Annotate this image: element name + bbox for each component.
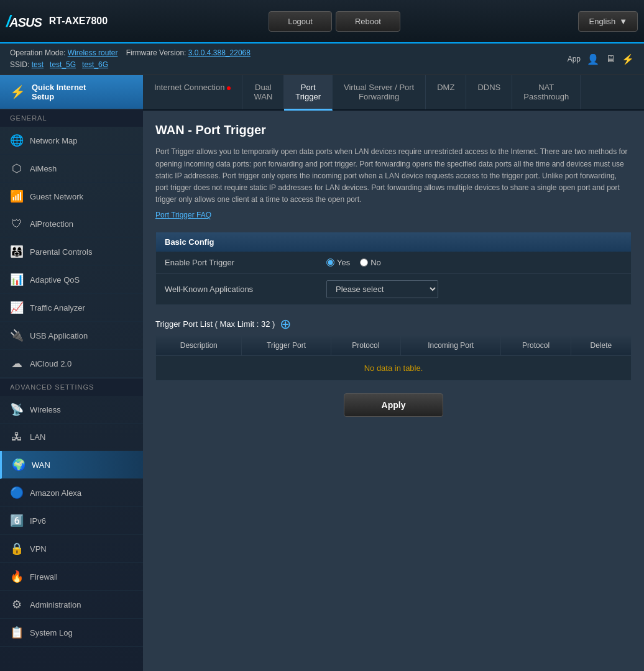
well-known-select[interactable]: Please select FTP HTTP HTTPS SMTP POP3 (326, 280, 438, 298)
operation-mode-label: Operation Mode: (10, 48, 65, 57)
sidebar-item-usb-application[interactable]: USB Application (0, 322, 143, 350)
sidebar-item-parental-controls[interactable]: Parental Controls (0, 238, 143, 266)
quick-internet-setup[interactable]: ⚡ Quick InternetSetup (0, 75, 143, 109)
reboot-button[interactable]: Reboot (336, 11, 400, 32)
guest-icon (10, 189, 24, 203)
trigger-list-title: Trigger Port List ( Max Limit : 32 ) (155, 319, 275, 329)
sidebar-item-traffic-analyzer[interactable]: Traffic Analyzer (0, 294, 143, 322)
sidebar-item-label: VPN (30, 544, 47, 554)
page-content: WAN - Port Trigger Port Trigger allows y… (143, 111, 644, 429)
tab-nat-passthrough[interactable]: NATPassthrough (512, 75, 581, 109)
language-selector[interactable]: English ▼ (578, 11, 638, 32)
general-section-label: General (0, 109, 143, 127)
add-trigger-button[interactable]: ⊕ (280, 317, 291, 331)
tab-ddns[interactable]: DDNS (466, 75, 512, 109)
log-icon (10, 626, 24, 639)
sidebar-item-aimesh[interactable]: AiMesh (0, 155, 143, 183)
tab-virtual-server[interactable]: Virtual Server / PortForwarding (333, 75, 426, 109)
sidebar-item-vpn[interactable]: VPN (0, 535, 143, 563)
sidebar-item-amazon-alexa[interactable]: Amazon Alexa (0, 479, 143, 507)
no-data-cell: No data in table. (156, 355, 632, 380)
firmware-value[interactable]: 3.0.0.4.388_22068 (188, 48, 251, 57)
advanced-section-label: Advanced Settings (0, 378, 143, 396)
well-known-label: Well-Known Applications (165, 285, 326, 294)
shield-icon (10, 217, 24, 231)
admin-icon (10, 598, 24, 611)
ssid-test-6g[interactable]: test_6G (82, 60, 108, 69)
col-description: Description (156, 335, 242, 355)
faq-link[interactable]: Port Trigger FAQ (155, 211, 211, 219)
family-icon (10, 245, 24, 258)
monitor-icon[interactable]: 🖥 (605, 53, 615, 65)
table-row-no-data: No data in table. (156, 355, 632, 380)
sidebar-item-guest-network[interactable]: Guest Network (0, 183, 143, 211)
description: Port Trigger allows you to temporarily o… (155, 146, 632, 206)
cloud-icon (10, 357, 24, 370)
table-header-row: Description Trigger Port Protocol Incomi… (156, 335, 632, 355)
chevron-down-icon: ▼ (619, 17, 627, 26)
sidebar-item-administration[interactable]: Administration (0, 591, 143, 619)
globe-icon (10, 134, 24, 147)
info-bar: Operation Mode: Wireless router Firmware… (0, 43, 644, 75)
basic-config-section: Basic Config Enable Port Trigger Yes No (155, 232, 632, 305)
enable-no-radio[interactable] (360, 258, 368, 267)
app-icons: App 👤 🖥 ⚡ (568, 53, 634, 65)
radio-group: Yes No (326, 258, 381, 267)
sidebar-item-aiprotection[interactable]: AiProtection (0, 211, 143, 238)
sidebar-item-ipv6[interactable]: IPv6 (0, 507, 143, 535)
sidebar-item-label: AiProtection (30, 219, 73, 229)
well-known-value: Please select FTP HTTP HTTPS SMTP POP3 (326, 280, 438, 298)
sidebar-item-label: AiMesh (30, 164, 57, 173)
header-right: English ▼ (513, 11, 638, 32)
vpn-icon (10, 542, 24, 555)
col-protocol-2: Protocol (501, 335, 571, 355)
sidebar-item-label: Guest Network (30, 192, 83, 201)
operation-mode-value[interactable]: Wireless router (68, 48, 118, 57)
radio-yes[interactable]: Yes (326, 258, 350, 267)
ssid-test[interactable]: test (32, 60, 44, 69)
tab-internet-connection[interactable]: Internet Connection (143, 75, 242, 109)
logout-button[interactable]: Logout (269, 11, 332, 32)
enable-yes-radio[interactable] (326, 258, 334, 267)
usb-icon[interactable]: ⚡ (622, 53, 634, 65)
tab-port-trigger[interactable]: PortTrigger (284, 75, 333, 111)
sidebar-item-wireless[interactable]: Wireless (0, 396, 143, 424)
enable-port-trigger-value: Yes No (326, 258, 381, 267)
firmware-label: Firmware Version: (126, 48, 186, 57)
sidebar-item-label: Parental Controls (30, 247, 92, 257)
header-nav: Logout Reboot (155, 11, 513, 32)
qos-icon (10, 273, 24, 286)
sidebar-item-wan[interactable]: WAN (0, 451, 143, 479)
sidebar-item-system-log[interactable]: System Log (0, 619, 143, 647)
tab-dmz[interactable]: DMZ (426, 75, 466, 109)
ssid-test-5g[interactable]: test_5G (50, 60, 76, 69)
sidebar-item-lan[interactable]: LAN (0, 424, 143, 451)
wan-icon (12, 458, 25, 472)
sidebar-item-label: WAN (32, 460, 50, 470)
logo-area: /ASUS RT-AXE7800 (6, 12, 155, 31)
main-layout: ⚡ Quick InternetSetup General Network Ma… (0, 75, 644, 671)
sidebar-item-label: Network Map (30, 136, 78, 145)
quick-setup-icon: ⚡ (10, 84, 25, 99)
apply-button[interactable]: Apply (344, 393, 444, 417)
sidebar-item-label: AiCloud 2.0 (30, 359, 71, 368)
alexa-icon (10, 486, 24, 500)
sidebar-item-label: LAN (30, 432, 45, 442)
trigger-port-table: Description Trigger Port Protocol Incomi… (155, 335, 632, 381)
asus-logo: /ASUS (6, 12, 42, 31)
sidebar-item-network-map[interactable]: Network Map (0, 127, 143, 155)
sidebar-item-adaptive-qos[interactable]: Adaptive QoS (0, 266, 143, 294)
usb-app-icon (10, 329, 24, 342)
enable-port-trigger-label: Enable Port Trigger (165, 258, 326, 267)
sidebar-item-aicloud[interactable]: AiCloud 2.0 (0, 350, 143, 378)
firewall-icon (10, 570, 24, 583)
sidebar-item-label: Firewall (30, 572, 58, 582)
person-icon[interactable]: 👤 (587, 53, 599, 65)
table-body: No data in table. (156, 355, 632, 380)
tab-dual-wan[interactable]: DualWAN (242, 75, 284, 109)
traffic-icon (10, 301, 24, 314)
col-trigger-port: Trigger Port (242, 335, 331, 355)
sidebar-item-firewall[interactable]: Firewall (0, 563, 143, 591)
enable-port-trigger-row: Enable Port Trigger Yes No (156, 252, 631, 274)
radio-no[interactable]: No (360, 258, 381, 267)
